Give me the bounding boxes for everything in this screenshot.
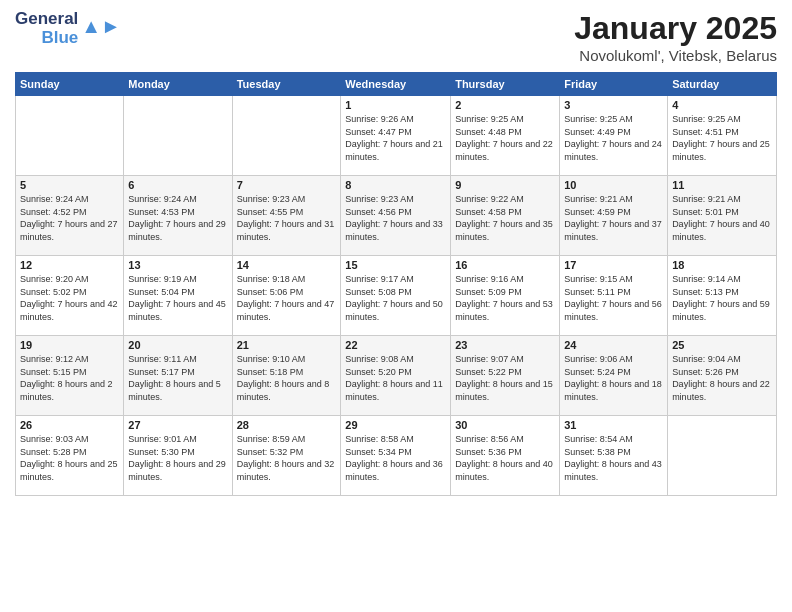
day-info: Sunrise: 9:03 AM Sunset: 5:28 PM Dayligh… <box>20 433 119 483</box>
calendar-cell <box>124 96 232 176</box>
calendar-cell: 12Sunrise: 9:20 AM Sunset: 5:02 PM Dayli… <box>16 256 124 336</box>
day-number: 14 <box>237 259 337 271</box>
day-info: Sunrise: 9:11 AM Sunset: 5:17 PM Dayligh… <box>128 353 227 403</box>
day-info: Sunrise: 9:21 AM Sunset: 4:59 PM Dayligh… <box>564 193 663 243</box>
day-number: 13 <box>128 259 227 271</box>
day-number: 2 <box>455 99 555 111</box>
day-info: Sunrise: 9:23 AM Sunset: 4:56 PM Dayligh… <box>345 193 446 243</box>
calendar-cell <box>232 96 341 176</box>
day-info: Sunrise: 9:19 AM Sunset: 5:04 PM Dayligh… <box>128 273 227 323</box>
day-number: 30 <box>455 419 555 431</box>
location-subtitle: Novolukoml', Vitebsk, Belarus <box>574 47 777 64</box>
day-info: Sunrise: 9:21 AM Sunset: 5:01 PM Dayligh… <box>672 193 772 243</box>
day-number: 3 <box>564 99 663 111</box>
calendar-cell: 8Sunrise: 9:23 AM Sunset: 4:56 PM Daylig… <box>341 176 451 256</box>
day-info: Sunrise: 9:22 AM Sunset: 4:58 PM Dayligh… <box>455 193 555 243</box>
calendar-cell: 28Sunrise: 8:59 AM Sunset: 5:32 PM Dayli… <box>232 416 341 496</box>
day-info: Sunrise: 9:16 AM Sunset: 5:09 PM Dayligh… <box>455 273 555 323</box>
day-number: 16 <box>455 259 555 271</box>
day-number: 4 <box>672 99 772 111</box>
calendar-cell: 3Sunrise: 9:25 AM Sunset: 4:49 PM Daylig… <box>560 96 668 176</box>
day-info: Sunrise: 9:18 AM Sunset: 5:06 PM Dayligh… <box>237 273 337 323</box>
col-header-monday: Monday <box>124 73 232 96</box>
day-number: 25 <box>672 339 772 351</box>
title-area: January 2025 Novolukoml', Vitebsk, Belar… <box>574 10 777 64</box>
calendar-cell: 5Sunrise: 9:24 AM Sunset: 4:52 PM Daylig… <box>16 176 124 256</box>
col-header-friday: Friday <box>560 73 668 96</box>
calendar-cell: 18Sunrise: 9:14 AM Sunset: 5:13 PM Dayli… <box>668 256 777 336</box>
calendar-cell: 27Sunrise: 9:01 AM Sunset: 5:30 PM Dayli… <box>124 416 232 496</box>
day-number: 10 <box>564 179 663 191</box>
day-number: 5 <box>20 179 119 191</box>
calendar-cell: 10Sunrise: 9:21 AM Sunset: 4:59 PM Dayli… <box>560 176 668 256</box>
calendar-cell: 4Sunrise: 9:25 AM Sunset: 4:51 PM Daylig… <box>668 96 777 176</box>
day-info: Sunrise: 8:58 AM Sunset: 5:34 PM Dayligh… <box>345 433 446 483</box>
calendar-cell: 14Sunrise: 9:18 AM Sunset: 5:06 PM Dayli… <box>232 256 341 336</box>
col-header-sunday: Sunday <box>16 73 124 96</box>
calendar-cell: 22Sunrise: 9:08 AM Sunset: 5:20 PM Dayli… <box>341 336 451 416</box>
calendar-cell: 1Sunrise: 9:26 AM Sunset: 4:47 PM Daylig… <box>341 96 451 176</box>
col-header-saturday: Saturday <box>668 73 777 96</box>
calendar-cell: 20Sunrise: 9:11 AM Sunset: 5:17 PM Dayli… <box>124 336 232 416</box>
col-header-wednesday: Wednesday <box>341 73 451 96</box>
calendar-cell: 9Sunrise: 9:22 AM Sunset: 4:58 PM Daylig… <box>451 176 560 256</box>
calendar-cell: 19Sunrise: 9:12 AM Sunset: 5:15 PM Dayli… <box>16 336 124 416</box>
day-number: 21 <box>237 339 337 351</box>
day-info: Sunrise: 9:24 AM Sunset: 4:53 PM Dayligh… <box>128 193 227 243</box>
calendar-cell: 15Sunrise: 9:17 AM Sunset: 5:08 PM Dayli… <box>341 256 451 336</box>
calendar-cell: 21Sunrise: 9:10 AM Sunset: 5:18 PM Dayli… <box>232 336 341 416</box>
day-info: Sunrise: 9:12 AM Sunset: 5:15 PM Dayligh… <box>20 353 119 403</box>
calendar-cell <box>16 96 124 176</box>
day-info: Sunrise: 9:25 AM Sunset: 4:48 PM Dayligh… <box>455 113 555 163</box>
day-number: 6 <box>128 179 227 191</box>
calendar-cell: 24Sunrise: 9:06 AM Sunset: 5:24 PM Dayli… <box>560 336 668 416</box>
day-number: 9 <box>455 179 555 191</box>
day-info: Sunrise: 9:01 AM Sunset: 5:30 PM Dayligh… <box>128 433 227 483</box>
day-number: 27 <box>128 419 227 431</box>
day-info: Sunrise: 8:56 AM Sunset: 5:36 PM Dayligh… <box>455 433 555 483</box>
col-header-tuesday: Tuesday <box>232 73 341 96</box>
day-number: 19 <box>20 339 119 351</box>
day-info: Sunrise: 9:14 AM Sunset: 5:13 PM Dayligh… <box>672 273 772 323</box>
day-number: 23 <box>455 339 555 351</box>
calendar-cell: 16Sunrise: 9:16 AM Sunset: 5:09 PM Dayli… <box>451 256 560 336</box>
calendar-cell: 30Sunrise: 8:56 AM Sunset: 5:36 PM Dayli… <box>451 416 560 496</box>
day-number: 29 <box>345 419 446 431</box>
day-info: Sunrise: 8:54 AM Sunset: 5:38 PM Dayligh… <box>564 433 663 483</box>
calendar-cell: 13Sunrise: 9:19 AM Sunset: 5:04 PM Dayli… <box>124 256 232 336</box>
calendar-cell: 2Sunrise: 9:25 AM Sunset: 4:48 PM Daylig… <box>451 96 560 176</box>
col-header-thursday: Thursday <box>451 73 560 96</box>
day-info: Sunrise: 9:07 AM Sunset: 5:22 PM Dayligh… <box>455 353 555 403</box>
day-number: 18 <box>672 259 772 271</box>
logo-line2: Blue <box>41 29 78 48</box>
day-number: 28 <box>237 419 337 431</box>
day-info: Sunrise: 9:08 AM Sunset: 5:20 PM Dayligh… <box>345 353 446 403</box>
day-number: 12 <box>20 259 119 271</box>
day-number: 24 <box>564 339 663 351</box>
logo-line1: General <box>15 10 78 29</box>
logo-bird-icon: ▲► <box>81 15 121 38</box>
calendar-table: SundayMondayTuesdayWednesdayThursdayFrid… <box>15 72 777 496</box>
calendar-cell: 23Sunrise: 9:07 AM Sunset: 5:22 PM Dayli… <box>451 336 560 416</box>
calendar-cell: 31Sunrise: 8:54 AM Sunset: 5:38 PM Dayli… <box>560 416 668 496</box>
calendar-cell: 25Sunrise: 9:04 AM Sunset: 5:26 PM Dayli… <box>668 336 777 416</box>
day-info: Sunrise: 9:25 AM Sunset: 4:49 PM Dayligh… <box>564 113 663 163</box>
day-info: Sunrise: 9:17 AM Sunset: 5:08 PM Dayligh… <box>345 273 446 323</box>
calendar-cell: 11Sunrise: 9:21 AM Sunset: 5:01 PM Dayli… <box>668 176 777 256</box>
calendar-cell: 7Sunrise: 9:23 AM Sunset: 4:55 PM Daylig… <box>232 176 341 256</box>
day-info: Sunrise: 9:20 AM Sunset: 5:02 PM Dayligh… <box>20 273 119 323</box>
calendar-cell: 6Sunrise: 9:24 AM Sunset: 4:53 PM Daylig… <box>124 176 232 256</box>
day-number: 11 <box>672 179 772 191</box>
calendar-cell: 17Sunrise: 9:15 AM Sunset: 5:11 PM Dayli… <box>560 256 668 336</box>
calendar-cell: 29Sunrise: 8:58 AM Sunset: 5:34 PM Dayli… <box>341 416 451 496</box>
day-info: Sunrise: 9:24 AM Sunset: 4:52 PM Dayligh… <box>20 193 119 243</box>
logo: General Blue ▲► <box>15 10 121 47</box>
day-number: 8 <box>345 179 446 191</box>
day-info: Sunrise: 9:15 AM Sunset: 5:11 PM Dayligh… <box>564 273 663 323</box>
day-number: 7 <box>237 179 337 191</box>
day-number: 20 <box>128 339 227 351</box>
day-number: 26 <box>20 419 119 431</box>
day-info: Sunrise: 9:23 AM Sunset: 4:55 PM Dayligh… <box>237 193 337 243</box>
day-number: 1 <box>345 99 446 111</box>
day-info: Sunrise: 9:06 AM Sunset: 5:24 PM Dayligh… <box>564 353 663 403</box>
